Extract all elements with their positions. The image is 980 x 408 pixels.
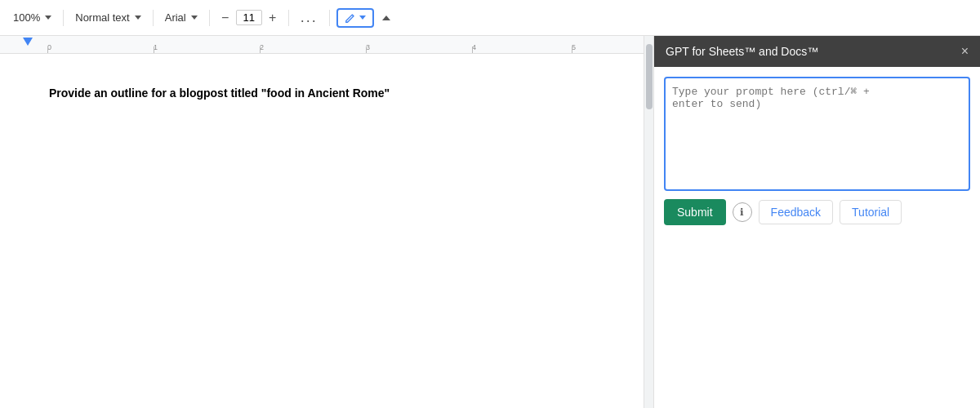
ruler-line-3 <box>366 47 367 53</box>
gpt-sidebar-title: GPT for Sheets™ and Docs™ <box>666 45 818 58</box>
ruler-line-2 <box>260 47 261 53</box>
gpt-close-button[interactable]: × <box>961 44 969 59</box>
document-area: 0 1 2 3 4 5 Provide an outline for a blo… <box>0 36 644 408</box>
doc-content: Provide an outline for a blogpost titled… <box>0 54 644 408</box>
gpt-sidebar-body: Submit ℹ Feedback Tutorial <box>654 67 980 408</box>
font-size-input[interactable] <box>236 10 262 25</box>
more-options-button[interactable]: ... <box>296 9 323 26</box>
font-size-controls: − + <box>216 9 282 27</box>
divider-3 <box>209 10 210 26</box>
text-style-chevron-icon <box>135 16 141 20</box>
ruler-line-1 <box>154 47 154 53</box>
font-value: Arial <box>165 11 186 24</box>
svg-marker-0 <box>23 38 33 46</box>
main-area: 0 1 2 3 4 5 Provide an outline for a blo… <box>0 36 980 408</box>
toolbar: 100% Normal text Arial − + ... <box>0 0 980 36</box>
font-size-decrease-button[interactable]: − <box>216 9 234 27</box>
edit-mode-button[interactable] <box>336 8 374 28</box>
font-size-increase-button[interactable]: + <box>264 9 282 27</box>
zoom-selector[interactable]: 100% <box>8 8 56 27</box>
text-style-value: Normal text <box>75 11 129 24</box>
ruler-line-5 <box>572 47 572 53</box>
scroll-track[interactable] <box>644 36 653 408</box>
ruler-line-0 <box>47 47 48 53</box>
scroll-thumb[interactable] <box>646 44 653 109</box>
divider-1 <box>63 10 64 26</box>
font-selector[interactable]: Arial <box>160 8 203 27</box>
zoom-chevron-icon <box>45 16 51 20</box>
divider-5 <box>329 10 330 26</box>
ruler-tab-stop-icon <box>23 38 33 47</box>
chevron-up-icon <box>382 16 390 20</box>
ruler: 0 1 2 3 4 5 <box>0 36 644 54</box>
gpt-action-bar: Submit ℹ Feedback Tutorial <box>664 199 970 225</box>
zoom-value: 100% <box>13 11 40 24</box>
gpt-info-button[interactable]: ℹ <box>733 202 752 222</box>
gpt-tutorial-button[interactable]: Tutorial <box>840 200 902 224</box>
pencil-icon <box>345 12 356 24</box>
divider-2 <box>153 10 154 26</box>
gpt-sidebar: GPT for Sheets™ and Docs™ × Submit ℹ Fee… <box>653 36 980 408</box>
gpt-submit-button[interactable]: Submit <box>664 199 726 225</box>
ruler-line-4 <box>472 47 473 53</box>
divider-4 <box>288 10 289 26</box>
gpt-feedback-button[interactable]: Feedback <box>759 200 833 224</box>
gpt-sidebar-header: GPT for Sheets™ and Docs™ × <box>654 36 980 67</box>
doc-outline-title: Provide an outline for a blogpost titled… <box>49 86 595 100</box>
edit-mode-chevron-icon <box>359 16 366 20</box>
text-style-selector[interactable]: Normal text <box>70 8 145 27</box>
collapse-button[interactable] <box>377 9 395 27</box>
font-chevron-icon <box>191 16 198 20</box>
gpt-prompt-input[interactable] <box>664 77 970 191</box>
